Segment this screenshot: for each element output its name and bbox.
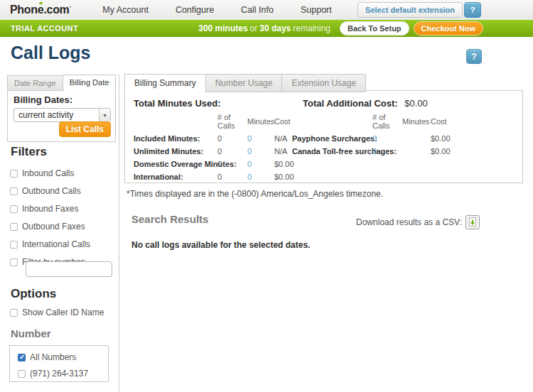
minutes-remaining: 300 minutes: [198, 23, 247, 33]
option-show-caller-id[interactable]: Show Caller ID Name: [10, 307, 104, 317]
cost-value: $0.00: [431, 134, 466, 143]
cost-value: $0.00: [274, 160, 311, 168]
billing-summary-panel: Total Minutes Used: Total Additional Cos…: [124, 90, 523, 183]
remaining-text: remaining: [293, 23, 330, 33]
number-label: All Numbers: [30, 352, 76, 362]
filter-label: Outbound Calls: [22, 186, 81, 196]
number-heading: Number: [11, 327, 51, 339]
back-to-setup-button[interactable]: Back To Setup: [340, 21, 409, 36]
filter-item-inbound-faxes[interactable]: Inbound Faxes: [10, 204, 90, 214]
filter-item-inbound-calls[interactable]: Inbound Calls: [10, 168, 90, 178]
filter-item-international-calls[interactable]: International Calls: [10, 239, 90, 249]
minutes-link[interactable]: 0: [247, 134, 274, 143]
tab-billing-date[interactable]: Billing Date: [63, 75, 117, 92]
nav-configure[interactable]: Configure: [176, 5, 214, 15]
minutes-link[interactable]: 0: [247, 160, 274, 168]
chevron-down-icon: ▾: [99, 109, 110, 121]
inbound-faxes-checkbox[interactable]: [10, 205, 18, 213]
billing-dates-select[interactable]: current activity ▾: [14, 108, 111, 122]
international-calls-checkbox[interactable]: [10, 241, 18, 249]
download-csv: Download results as a CSV:: [356, 215, 480, 229]
billing-dates-selected-value: current activity: [14, 110, 99, 120]
row-label: Included Minutes:: [134, 134, 217, 143]
all-numbers-checkbox[interactable]: [18, 354, 26, 361]
calls-value: 0: [217, 147, 247, 156]
col-header-minutes: Minutes: [247, 117, 274, 126]
app-logo[interactable]: Phone.com·: [10, 4, 71, 16]
page-help-button[interactable]: ?: [466, 49, 482, 64]
download-csv-label: Download results as a CSV:: [356, 217, 462, 227]
col-header-calls: # of Calls: [372, 113, 402, 130]
cost-value: $0.00: [274, 173, 311, 181]
outbound-faxes-checkbox[interactable]: [10, 223, 18, 231]
page-title: Call Logs: [11, 43, 91, 63]
inbound-calls-checkbox[interactable]: [10, 170, 18, 178]
number-item-phone[interactable]: (971) 264-3137: [18, 369, 108, 379]
minutes-link[interactable]: 0: [247, 173, 274, 181]
calls-value: 0: [217, 160, 247, 168]
header-help-button[interactable]: ?: [464, 2, 481, 18]
numbers-box: All Numbers (971) 264-3137: [9, 345, 109, 382]
tab-billing-summary[interactable]: Billing Summary: [124, 74, 206, 93]
col-header-calls: # of Calls: [217, 113, 247, 130]
minutes-link[interactable]: 0: [247, 147, 274, 156]
additional-cost-table: # of Calls Minutes Cost Payphone Surchar…: [292, 113, 466, 156]
usage-tabs: Billing Summary Number Usage Extension U…: [124, 74, 366, 92]
filter-by-number-input[interactable]: [26, 261, 112, 277]
total-additional-cost: Total Additional Cost: $0.00: [303, 98, 428, 109]
tab-date-range[interactable]: Date Range: [7, 75, 63, 91]
calls-value: 0: [217, 134, 247, 143]
outbound-calls-checkbox[interactable]: [10, 187, 18, 195]
or-text: or: [250, 23, 258, 33]
number-item-all-numbers[interactable]: All Numbers: [18, 352, 108, 362]
billing-dates-label: Billing Dates:: [14, 94, 115, 105]
tab-number-usage[interactable]: Number Usage: [205, 74, 283, 92]
options-heading: Options: [11, 287, 56, 301]
number-label: (971) 264-3137: [30, 369, 88, 379]
phone-number-checkbox[interactable]: [18, 370, 26, 378]
total-minutes-used-label: Total Minutes Used:: [134, 98, 221, 109]
trial-account-bar: TRIAL ACCOUNT 300 minutes or 30 days rem…: [0, 20, 533, 37]
filter-list: Inbound Calls Outbound Calls Inbound Fax…: [10, 168, 90, 275]
filters-heading: Filters: [11, 145, 47, 159]
col-header-minutes: Minutes: [402, 117, 431, 126]
filter-label: Inbound Faxes: [22, 204, 78, 214]
nav-my-account[interactable]: My Account: [102, 5, 149, 15]
days-remaining: 30 days: [259, 23, 291, 33]
option-label: Show Caller ID Name: [22, 307, 104, 317]
checkout-now-button[interactable]: Checkout Now: [414, 21, 483, 36]
row-label: Canada Toll-free surchages:: [292, 147, 372, 156]
col-header-cost: Cost: [431, 117, 466, 126]
calls-link[interactable]: 0: [372, 147, 402, 156]
total-additional-cost-value: $0.00: [404, 98, 428, 109]
row-label: Unlimited Minutes:: [134, 147, 217, 156]
top-header: Phone.com· My Account Configure Call Inf…: [0, 0, 533, 21]
billing-dates-panel: Billing Dates: current activity ▾ List C…: [7, 89, 116, 142]
filter-item-outbound-calls[interactable]: Outbound Calls: [10, 186, 90, 196]
tab-extension-usage[interactable]: Extension Usage: [281, 74, 366, 92]
empty-results-message: No call logs available for the selected …: [131, 240, 310, 250]
calls-link[interactable]: 0: [372, 134, 402, 143]
sidebar-divider: [119, 74, 119, 392]
list-calls-button[interactable]: List Calls: [59, 121, 111, 137]
sidebar-date-tabs: Date Range Billing Date: [7, 75, 116, 91]
search-results-heading: Search Results: [131, 213, 208, 225]
minutes-used-table: # of Calls Minutes Cost Included Minutes…: [134, 113, 311, 181]
nav-call-info[interactable]: Call Info: [241, 5, 274, 15]
filter-label: Inbound Calls: [22, 168, 74, 178]
nav-support[interactable]: Support: [301, 5, 332, 15]
select-default-extension-button[interactable]: Select default extension: [357, 2, 463, 18]
filter-label: Outbound Faxes: [22, 222, 85, 232]
csv-download-icon[interactable]: [465, 215, 480, 229]
row-label: Payphone Surcharges:: [292, 134, 372, 143]
main-nav: My Account Configure Call Info Support: [102, 5, 331, 15]
cost-value: $0.00: [431, 147, 466, 156]
filter-label: International Calls: [22, 239, 90, 249]
filter-by-number-checkbox[interactable]: [10, 258, 18, 266]
show-caller-id-checkbox[interactable]: [10, 309, 18, 317]
row-label: International:: [134, 173, 217, 181]
total-additional-cost-label: Total Additional Cost:: [303, 98, 398, 109]
row-label: Domestic Overage Minutes:: [134, 160, 217, 168]
filter-item-outbound-faxes[interactable]: Outbound Faxes: [10, 222, 90, 232]
trial-account-badge: TRIAL ACCOUNT: [11, 24, 78, 33]
